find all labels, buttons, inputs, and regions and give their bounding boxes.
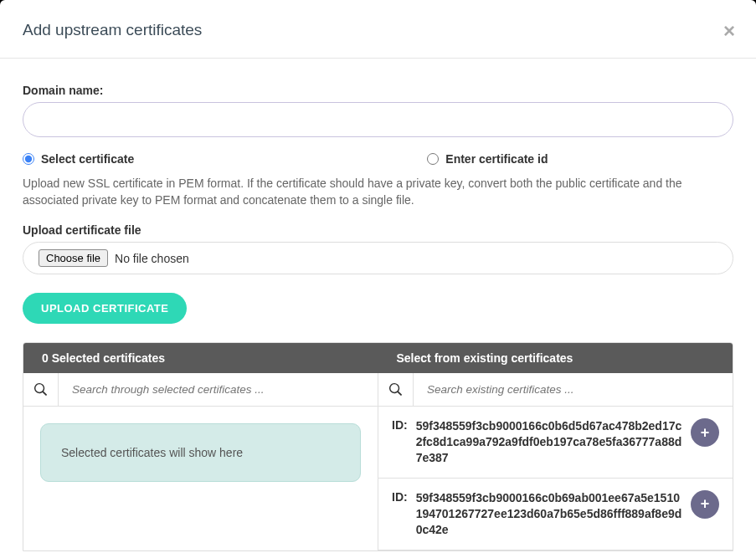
selected-placeholder: Selected certificates will show here [40, 423, 361, 482]
choose-file-button[interactable]: Choose file [39, 249, 108, 267]
upload-file-group: Upload certificate file Choose file No f… [23, 223, 733, 274]
selected-certificates-header: 0 Selected certificates [23, 343, 378, 373]
domain-name-group: Domain name: [23, 84, 733, 137]
existing-certificates-column: ID: 59f348559f3cb9000166c0b6d5d67ac478b2… [378, 407, 733, 550]
select-certificate-label: Select certificate [41, 152, 134, 166]
modal-header: Add upstream certificates × [0, 0, 756, 59]
add-certificate-button[interactable]: + [691, 490, 719, 519]
existing-certificates-search-input[interactable] [414, 373, 733, 406]
select-certificate-option: Select certificate [23, 152, 134, 166]
upload-file-label: Upload certificate file [23, 223, 733, 237]
enter-certificate-id-radio[interactable] [427, 153, 439, 165]
selected-certificates-search-input[interactable] [59, 373, 378, 406]
domain-name-input[interactable] [23, 102, 733, 137]
certificate-row: ID: 59f348559f3cb9000166c0b6d5d67ac478b2… [378, 407, 733, 479]
certificate-id-label: ID: [392, 490, 408, 504]
search-icon [378, 373, 414, 406]
selected-certificates-column: Selected certificates will show here [23, 407, 378, 550]
close-button[interactable]: × [723, 21, 735, 41]
certificate-id-value: 59f348559f3cb9000166c0b6d5d67ac478b2ed17… [416, 418, 682, 466]
certificate-id-label: ID: [392, 418, 408, 432]
enter-certificate-id-label: Enter certificate id [445, 152, 548, 166]
upload-certificate-button[interactable]: UPLOAD CERTIFICATE [23, 293, 187, 324]
certificate-mode-radios: Select certificate Enter certificate id [23, 152, 733, 166]
certificate-row: ID: 59f348559f3cb9000166c0b69ab001ee67a5… [378, 479, 733, 550]
enter-certificate-id-option: Enter certificate id [427, 152, 548, 166]
existing-search-cell [378, 373, 733, 406]
table-header: 0 Selected certificates Select from exis… [23, 343, 733, 373]
existing-certificates-header: Select from existing certificates [378, 343, 733, 373]
upload-help-text: Upload new SSL certificate in PEM format… [23, 176, 733, 208]
add-certificate-button[interactable]: + [691, 418, 719, 447]
certificate-id-value: 59f348559f3cb9000166c0b69ab001ee67a5e151… [416, 490, 682, 538]
modal-title: Add upstream certificates [23, 21, 202, 39]
domain-name-label: Domain name: [23, 84, 733, 97]
file-chosen-status: No file chosen [115, 252, 189, 265]
search-icon [23, 373, 59, 406]
search-row [23, 373, 733, 407]
selected-search-cell [23, 373, 378, 406]
add-upstream-certificates-modal: Add upstream certificates × Domain name:… [0, 0, 756, 558]
modal-body: Domain name: Select certificate Enter ce… [0, 59, 756, 558]
file-input-wrapper: Choose file No file chosen [23, 242, 733, 274]
select-certificate-radio[interactable] [23, 153, 34, 165]
certificates-table: 0 Selected certificates Select from exis… [23, 342, 733, 550]
table-body: Selected certificates will show here ID:… [23, 407, 733, 550]
